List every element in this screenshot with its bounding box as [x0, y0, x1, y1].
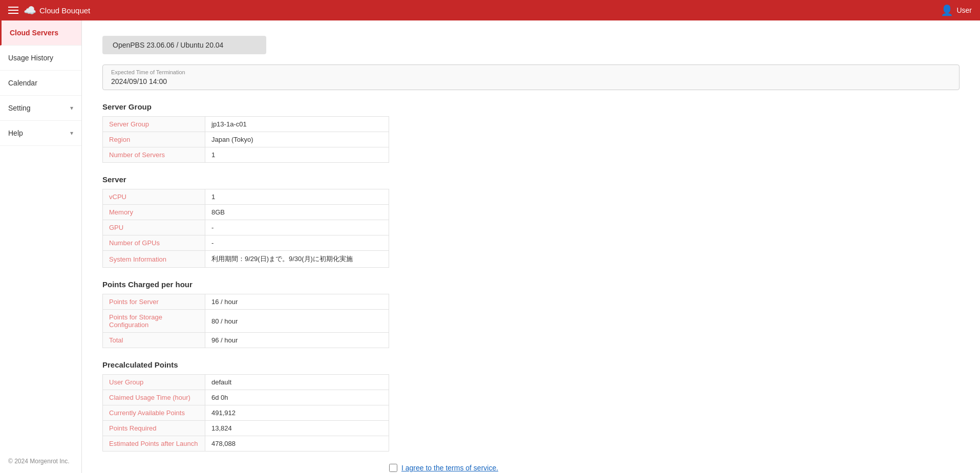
val-estimated-points: 478,088	[205, 436, 389, 451]
chevron-down-icon: ▾	[70, 104, 73, 112]
cloud-icon: ☁️	[24, 4, 36, 16]
sidebar-nav: Cloud Servers Usage History Calendar Set…	[0, 20, 81, 146]
key-claimed-usage: Claimed Usage Time (hour)	[103, 390, 205, 405]
brand-name: Cloud Bouquet	[39, 6, 90, 15]
key-system-info: System Information	[103, 251, 205, 268]
val-memory: 8GB	[205, 205, 389, 220]
key-points-storage: Points for Storage Configuration	[103, 310, 205, 333]
precalculated-table: User Group default Claimed Usage Time (h…	[102, 374, 389, 451]
table-row: Estimated Points after Launch 478,088	[103, 436, 389, 451]
table-row: Currently Available Points 491,912	[103, 405, 389, 421]
sidebar: Cloud Servers Usage History Calendar Set…	[0, 20, 82, 473]
agreement-area: I agree to the terms of service. Launch	[389, 464, 960, 473]
content-area: OpenPBS 23.06.06 / Ubuntu 20.04 Expected…	[82, 20, 980, 473]
table-row: Points for Storage Configuration 80 / ho…	[103, 310, 389, 333]
val-gpu: -	[205, 220, 389, 235]
sidebar-item-help[interactable]: Help ▾	[0, 121, 81, 146]
key-num-gpus: Number of GPUs	[103, 235, 205, 251]
table-row: vCPU 1	[103, 189, 389, 205]
val-points-server: 16 / hour	[205, 294, 389, 310]
server-group-table: Server Group jp13-1a-c01 Region Japan (T…	[102, 116, 389, 163]
table-row: Total 96 / hour	[103, 333, 389, 348]
sidebar-label-help: Help	[8, 129, 23, 137]
table-row: Number of Servers 1	[103, 147, 389, 163]
table-row: Claimed Usage Time (hour) 6d 0h	[103, 390, 389, 405]
server-title: Server	[102, 175, 960, 184]
key-points-required: Points Required	[103, 421, 205, 436]
val-available-points: 491,912	[205, 405, 389, 421]
val-points-storage: 80 / hour	[205, 310, 389, 333]
hamburger-icon[interactable]	[8, 7, 18, 14]
sidebar-item-setting[interactable]: Setting ▾	[0, 96, 81, 121]
chevron-down-icon: ▾	[70, 130, 73, 137]
key-estimated-points: Estimated Points after Launch	[103, 436, 205, 451]
termination-value: 2024/09/10 14:00	[111, 77, 951, 85]
footer-copyright: © 2024 Morgenrot Inc.	[8, 458, 70, 465]
sidebar-label-usage-history: Usage History	[8, 54, 53, 62]
server-table: vCPU 1 Memory 8GB GPU - Number of GPUs -…	[102, 189, 389, 268]
table-row: Server Group jp13-1a-c01	[103, 117, 389, 132]
table-row: Number of GPUs -	[103, 235, 389, 251]
precalculated-title: Precalculated Points	[102, 360, 960, 369]
topbar-left: ☁️ Cloud Bouquet	[8, 4, 90, 16]
val-num-servers: 1	[205, 147, 389, 163]
sidebar-label-setting: Setting	[8, 104, 31, 112]
table-row: User Group default	[103, 375, 389, 390]
val-region: Japan (Tokyo)	[205, 132, 389, 147]
topbar: ☁️ Cloud Bouquet 👤 User	[0, 0, 980, 20]
key-points-total: Total	[103, 333, 205, 348]
points-table: Points for Server 16 / hour Points for S…	[102, 294, 389, 348]
val-points-required: 13,824	[205, 421, 389, 436]
user-label: User	[956, 6, 972, 14]
agreement-link[interactable]: I agree to the terms of service.	[401, 464, 498, 472]
table-row: Points Required 13,824	[103, 421, 389, 436]
brand-logo: ☁️ Cloud Bouquet	[24, 4, 90, 16]
table-row: Points for Server 16 / hour	[103, 294, 389, 310]
val-claimed-usage: 6d 0h	[205, 390, 389, 405]
sidebar-item-usage-history[interactable]: Usage History	[0, 46, 81, 71]
val-server-group: jp13-1a-c01	[205, 117, 389, 132]
key-server-group: Server Group	[103, 117, 205, 132]
key-region: Region	[103, 132, 205, 147]
points-title: Points Charged per hour	[102, 280, 960, 289]
main-layout: Cloud Servers Usage History Calendar Set…	[0, 20, 980, 473]
os-badge: OpenPBS 23.06.06 / Ubuntu 20.04	[102, 36, 266, 54]
server-group-title: Server Group	[102, 102, 960, 111]
table-row: Region Japan (Tokyo)	[103, 132, 389, 147]
key-memory: Memory	[103, 205, 205, 220]
termination-field: Expected Time of Termination 2024/09/10 …	[102, 64, 960, 90]
key-user-group: User Group	[103, 375, 205, 390]
agreement-row: I agree to the terms of service.	[389, 464, 960, 472]
val-user-group: default	[205, 375, 389, 390]
table-row: GPU -	[103, 220, 389, 235]
key-gpu: GPU	[103, 220, 205, 235]
key-num-servers: Number of Servers	[103, 147, 205, 163]
sidebar-item-cloud-servers[interactable]: Cloud Servers	[0, 20, 81, 46]
user-area[interactable]: 👤 User	[941, 4, 972, 16]
os-label: OpenPBS 23.06.06 / Ubuntu 20.04	[113, 41, 223, 49]
sidebar-footer: © 2024 Morgenrot Inc.	[0, 449, 81, 473]
key-vcpu: vCPU	[103, 189, 205, 205]
val-num-gpus: -	[205, 235, 389, 251]
val-vcpu: 1	[205, 189, 389, 205]
table-row: Memory 8GB	[103, 205, 389, 220]
table-row: System Information 利用期間：9/29(日)まで。9/30(月…	[103, 251, 389, 268]
val-system-info: 利用期間：9/29(日)まで。9/30(月)に初期化実施	[205, 251, 389, 268]
sidebar-label-cloud-servers: Cloud Servers	[10, 29, 58, 37]
user-icon: 👤	[941, 4, 953, 16]
termination-label: Expected Time of Termination	[111, 69, 951, 75]
sidebar-item-calendar[interactable]: Calendar	[0, 71, 81, 96]
val-points-total: 96 / hour	[205, 333, 389, 348]
sidebar-label-calendar: Calendar	[8, 79, 37, 87]
agree-checkbox[interactable]	[389, 464, 397, 472]
key-points-server: Points for Server	[103, 294, 205, 310]
key-available-points: Currently Available Points	[103, 405, 205, 421]
